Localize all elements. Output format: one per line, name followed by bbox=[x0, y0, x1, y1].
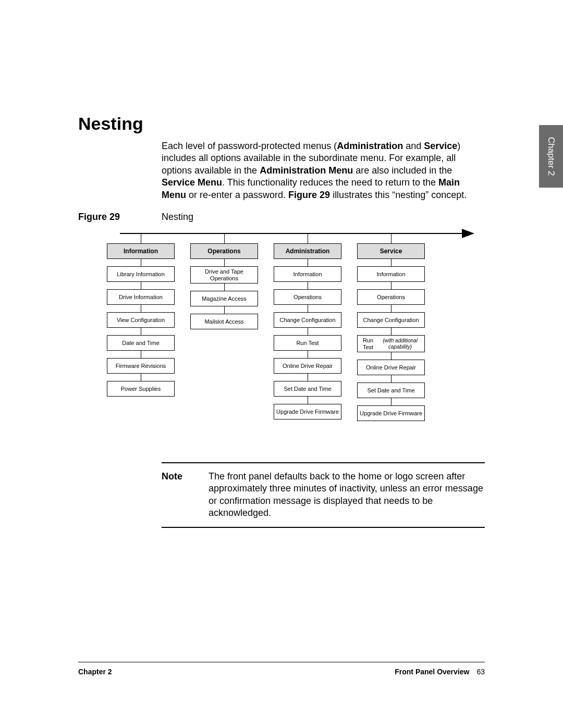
menu-item: View Configuration bbox=[107, 312, 175, 328]
section-title: Nesting bbox=[78, 0, 485, 140]
connector-line bbox=[308, 328, 308, 335]
page-number: 63 bbox=[476, 668, 485, 676]
connector-line bbox=[141, 259, 141, 266]
menu-item: Operations bbox=[274, 289, 341, 305]
arrow-line bbox=[120, 233, 464, 234]
para-bold-figure-ref: Figure 29 bbox=[288, 190, 330, 200]
para-text: . This functionality reduces the need to… bbox=[222, 177, 438, 188]
para-text: Each level of password-protected menus ( bbox=[162, 141, 337, 151]
connector-line bbox=[141, 328, 141, 335]
menu-item: Date and Time bbox=[107, 335, 175, 351]
nesting-diagram: Information Library Information Drive In… bbox=[94, 228, 485, 457]
menu-item: Online Drive Repair bbox=[357, 360, 425, 375]
menu-item: Set Date and Time bbox=[357, 382, 425, 398]
menu-item: Run Test bbox=[274, 335, 341, 351]
page-footer: Chapter 2 Front Panel Overview63 bbox=[78, 662, 485, 676]
note-block: Note The front panel defaults back to th… bbox=[162, 462, 485, 528]
connector-line bbox=[308, 305, 308, 312]
menu-item: Upgrade Drive Firmware bbox=[274, 404, 341, 419]
connector-line bbox=[224, 233, 225, 244]
menu-item: Mailslot Access bbox=[190, 314, 258, 329]
menu-item: Magazine Access bbox=[190, 291, 258, 306]
menu-item: Library Information bbox=[107, 266, 175, 282]
connector-line bbox=[308, 259, 308, 266]
footer-chapter: Chapter 2 bbox=[78, 668, 112, 676]
para-text: or re-enter a password. bbox=[186, 190, 288, 200]
arrow-head-icon bbox=[462, 229, 474, 238]
connector-line bbox=[141, 305, 141, 312]
column-header: Operations bbox=[190, 243, 258, 259]
column-header: Administration bbox=[274, 243, 341, 259]
para-bold-administration: Administration bbox=[337, 141, 403, 151]
connector-line bbox=[141, 374, 141, 381]
column-header: Service bbox=[357, 243, 425, 259]
para-text: and bbox=[403, 141, 424, 151]
menu-item: Information bbox=[274, 266, 341, 282]
connector-line bbox=[224, 306, 225, 314]
connector-line bbox=[308, 374, 308, 381]
connector-line bbox=[308, 233, 308, 244]
figure-label: Figure 29 bbox=[78, 212, 162, 223]
menu-item: Set Date and Time bbox=[274, 381, 341, 397]
footer-section-title: Front Panel Overview bbox=[395, 668, 469, 676]
menu-item: Drive Information bbox=[107, 289, 175, 305]
connector-line bbox=[391, 375, 391, 382]
figure-title: Nesting bbox=[162, 212, 193, 223]
diagram-column-information: Information Library Information Drive In… bbox=[107, 243, 175, 397]
connector-line bbox=[391, 282, 391, 289]
connector-line bbox=[308, 282, 308, 289]
menu-item: Power Supplies bbox=[107, 381, 175, 397]
diagram-column-administration: Administration Information Operations Ch… bbox=[274, 243, 341, 419]
menu-item: Change Configuration bbox=[274, 312, 341, 328]
menu-item: Operations bbox=[357, 289, 425, 305]
connector-line bbox=[224, 283, 225, 291]
connector-line bbox=[391, 305, 391, 312]
para-bold-admin-menu: Administration Menu bbox=[260, 165, 353, 176]
para-text: are also included in the bbox=[353, 165, 452, 176]
menu-item: Change Configuration bbox=[357, 312, 425, 328]
note-label: Note bbox=[162, 471, 209, 520]
connector-line bbox=[224, 259, 225, 266]
connector-line bbox=[391, 328, 391, 335]
connector-line bbox=[141, 351, 141, 358]
menu-item: Drive and Tape Operations bbox=[190, 266, 258, 283]
connector-line bbox=[391, 352, 391, 360]
connector-line bbox=[391, 259, 391, 266]
menu-item: Run Test (with additional capability) bbox=[357, 335, 425, 352]
body-paragraph: Each level of password-protected menus (… bbox=[162, 140, 485, 201]
menu-item: Information bbox=[357, 266, 425, 282]
column-header: Information bbox=[107, 243, 175, 259]
menu-item-suffix: (with additional capability) bbox=[378, 338, 422, 350]
figure-caption: Figure 29 Nesting bbox=[78, 212, 485, 223]
para-text: illustrates this “nesting” concept. bbox=[330, 190, 467, 200]
menu-item: Upgrade Drive Firmware bbox=[357, 405, 425, 421]
note-text: The front panel defaults back to the hom… bbox=[209, 471, 485, 520]
connector-line bbox=[141, 282, 141, 289]
menu-item: Firmware Revisions bbox=[107, 358, 175, 374]
connector-line bbox=[308, 397, 308, 404]
para-bold-service: Service bbox=[424, 141, 457, 151]
connector-line bbox=[141, 233, 141, 244]
diagram-column-operations: Operations Drive and Tape Operations Mag… bbox=[190, 243, 258, 329]
para-bold-service-menu: Service Menu bbox=[162, 177, 222, 188]
diagram-column-service: Service Information Operations Change Co… bbox=[357, 243, 425, 421]
connector-line bbox=[308, 351, 308, 358]
menu-item-text: Run Test bbox=[360, 337, 376, 350]
connector-line bbox=[391, 398, 391, 405]
connector-line bbox=[391, 233, 391, 244]
menu-item: Online Drive Repair bbox=[274, 358, 341, 374]
